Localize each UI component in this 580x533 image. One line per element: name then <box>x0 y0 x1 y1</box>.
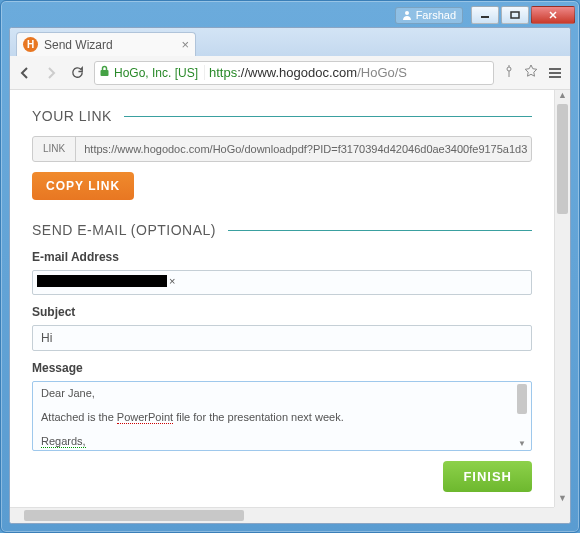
minimize-icon <box>480 11 490 19</box>
address-bar: HoGo, Inc. [US] https://www.hogodoc.com/… <box>10 56 570 90</box>
menu-button[interactable] <box>546 64 564 82</box>
link-label: LINK <box>33 137 76 161</box>
user-name: Farshad <box>416 9 456 21</box>
horizontal-scrollbar[interactable] <box>10 507 554 523</box>
omnibox-actions <box>502 64 538 82</box>
url-scheme: https <box>209 65 237 80</box>
browser-tab[interactable]: H Send Wizard × <box>16 32 196 56</box>
maximize-button[interactable] <box>501 6 529 24</box>
vertical-scroll-thumb[interactable] <box>557 104 568 214</box>
message-textarea[interactable]: Dear Jane, Attached is the PowerPoint fi… <box>32 381 532 451</box>
url-host: ://www.hogodoc.com <box>237 65 357 80</box>
svg-rect-2 <box>511 12 519 18</box>
user-chip[interactable]: Farshad <box>395 7 463 24</box>
horizontal-scroll-thumb[interactable] <box>24 510 244 521</box>
send-email-heading: SEND E-MAIL (OPTIONAL) <box>32 222 532 238</box>
location-icon[interactable] <box>502 64 516 82</box>
reload-icon <box>70 65 85 80</box>
forward-icon <box>43 65 59 81</box>
tab-title: Send Wizard <box>44 38 113 52</box>
email-chip[interactable]: × <box>37 275 175 287</box>
back-button[interactable] <box>16 64 34 82</box>
link-display: LINK https://www.hogodoc.com/HoGo/downlo… <box>32 136 532 162</box>
email-address-label: E-mail Address <box>32 250 532 264</box>
forward-button <box>42 64 60 82</box>
titlebar: Farshad <box>1 1 579 27</box>
bookmark-icon[interactable] <box>524 64 538 82</box>
os-window: Farshad H Send Wizard × <box>0 0 580 533</box>
scroll-up-icon[interactable]: ▲ <box>555 90 570 104</box>
url-path: /HoGo/S <box>357 65 407 80</box>
tab-close-icon[interactable]: × <box>181 38 189 51</box>
email-field[interactable]: × <box>32 270 532 295</box>
lock-icon <box>99 65 110 80</box>
omnibox[interactable]: HoGo, Inc. [US] https://www.hogodoc.com/… <box>94 61 494 85</box>
finish-button[interactable]: FINISH <box>443 461 532 492</box>
message-label: Message <box>32 361 532 375</box>
message-scroll-down-icon[interactable]: ▼ <box>515 439 529 448</box>
browser-shell: H Send Wizard × HoGo, Inc. [US] <box>9 27 571 524</box>
ev-identity: HoGo, Inc. [US] <box>114 66 198 80</box>
your-link-heading: YOUR LINK <box>32 108 532 124</box>
maximize-icon <box>510 11 520 19</box>
tab-bar: H Send Wizard × <box>10 28 570 56</box>
scroll-down-icon[interactable]: ▼ <box>555 493 570 507</box>
svg-point-4 <box>507 67 511 71</box>
send-email-title-text: SEND E-MAIL (OPTIONAL) <box>32 222 216 238</box>
message-text: Dear Jane, Attached is the PowerPoint fi… <box>41 387 523 447</box>
page-content: YOUR LINK LINK https://www.hogodoc.com/H… <box>10 90 554 507</box>
your-link-title-text: YOUR LINK <box>32 108 112 124</box>
link-value[interactable]: https://www.hogodoc.com/HoGo/downloadpdf… <box>76 137 531 161</box>
scroll-corner <box>554 507 570 523</box>
close-button[interactable] <box>531 6 575 24</box>
vertical-scrollbar[interactable]: ▲ ▼ <box>554 90 570 507</box>
menu-icon <box>547 66 563 80</box>
message-scrollbar[interactable]: ▼ <box>515 384 529 448</box>
subject-input[interactable] <box>32 325 532 351</box>
email-chip-remove-icon[interactable]: × <box>169 275 175 287</box>
email-chip-redacted <box>37 275 167 287</box>
minimize-button[interactable] <box>471 6 499 24</box>
user-icon <box>402 10 412 20</box>
svg-point-0 <box>405 11 409 15</box>
close-icon <box>548 11 558 19</box>
favicon-icon: H <box>23 37 38 52</box>
copy-link-button[interactable]: COPY LINK <box>32 172 134 200</box>
subject-label: Subject <box>32 305 532 319</box>
back-icon <box>17 65 33 81</box>
svg-rect-1 <box>481 16 489 18</box>
site-identity[interactable]: HoGo, Inc. [US] <box>99 65 205 80</box>
svg-rect-3 <box>101 70 109 76</box>
reload-button[interactable] <box>68 64 86 82</box>
message-scroll-thumb[interactable] <box>517 384 527 414</box>
